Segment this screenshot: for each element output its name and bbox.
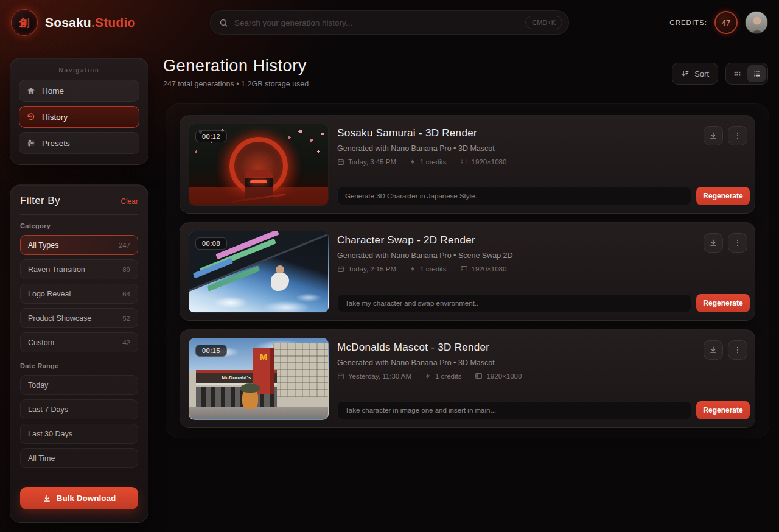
filter-label: Last 7 Days <box>28 405 68 414</box>
list-view-button[interactable] <box>747 65 766 82</box>
duration-badge: 00:08 <box>195 237 227 250</box>
sort-label: Sort <box>694 69 709 79</box>
film-icon <box>460 158 468 166</box>
filter-count: 42 <box>122 339 130 346</box>
brand-logo-icon: 創 <box>11 9 38 36</box>
topbar-right: CREDITS: 47 <box>669 0 768 45</box>
calendar-icon <box>337 265 344 273</box>
sidebar-item-label: Home <box>42 86 64 96</box>
avatar[interactable] <box>745 11 768 34</box>
filter-label: Raven Transition <box>28 265 85 274</box>
history-icon <box>27 113 35 121</box>
sidebar-item-label: History <box>42 113 68 122</box>
brand-name: Sosaku <box>45 15 91 29</box>
brand-suffix: .Studio <box>91 15 136 29</box>
more-options-button[interactable] <box>728 233 747 253</box>
search-placeholder: Search your generation history... <box>234 18 525 27</box>
brand-wordmark: Sosaku.Studio <box>45 15 135 30</box>
filter-label: Logo Reveal <box>28 290 71 298</box>
filter-label: All Time <box>28 454 55 463</box>
sort-button[interactable]: Sort <box>672 63 718 85</box>
kebab-menu-icon <box>733 239 742 247</box>
filter-date-last-30-days[interactable]: Last 30 Days <box>20 424 138 444</box>
download-icon <box>709 346 718 354</box>
thumbnail-art <box>189 187 328 205</box>
prompt-preview[interactable]: Take my character and swap environment.. <box>337 294 691 312</box>
calendar-icon <box>337 158 344 166</box>
sidebar-item-presets[interactable]: Presets <box>19 132 139 154</box>
clear-filters-link[interactable]: Clear <box>121 197 138 206</box>
generation-title: McDonalds Mascot - 3D Render <box>337 341 489 354</box>
generation-meta: Today, 2:15 PM 1 credits 1920×1080 <box>337 265 506 273</box>
meta-credits: 1 credits <box>425 373 461 380</box>
more-options-button[interactable] <box>728 340 747 360</box>
view-toggle <box>725 63 768 85</box>
filter-date-last-7-days[interactable]: Last 7 Days <box>20 399 138 419</box>
generation-subtitle: Generated with Nano Banana Pro • Scene S… <box>337 251 513 260</box>
more-options-button[interactable] <box>728 126 747 145</box>
filter-category-logo-reveal[interactable]: Logo Reveal 64 <box>20 284 138 304</box>
prompt-preview[interactable]: Take character in image one and insert i… <box>337 401 691 419</box>
logo-glyph: 創 <box>19 16 30 30</box>
navigation-panel: Navigation Home History Presets <box>10 58 148 165</box>
brand[interactable]: 創 Sosaku.Studio <box>11 9 135 36</box>
filter-label: Today <box>28 381 48 390</box>
regenerate-button[interactable]: Regenerate <box>696 294 750 312</box>
meta-date: Today, 2:15 PM <box>337 265 396 273</box>
avatar-image <box>746 12 768 34</box>
meta-date: Yesterday, 11:30 AM <box>337 373 411 380</box>
kebab-menu-icon <box>733 131 742 140</box>
bulk-download-button[interactable]: Bulk Download <box>20 487 138 509</box>
video-thumbnail[interactable]: 00:08 <box>189 231 329 313</box>
sidebar-item-label: Presets <box>42 139 70 148</box>
video-thumbnail[interactable]: McDonald's M 00:15 <box>189 338 329 420</box>
meta-date: Today, 3:45 PM <box>337 158 396 166</box>
navigation-title: Navigation <box>19 67 139 74</box>
generation-title: Character Swap - 2D Render <box>337 234 475 247</box>
download-button[interactable] <box>704 126 723 145</box>
meta-resolution: 1920×1080 <box>460 158 507 166</box>
filter-label: Custom <box>28 338 54 347</box>
sidebar-item-home[interactable]: Home <box>19 80 139 102</box>
duration-badge: 00:12 <box>195 130 227 142</box>
meta-resolution: 1920×1080 <box>460 265 507 273</box>
sidebar-item-history[interactable]: History <box>19 106 139 128</box>
top-bar: 創 Sosaku.Studio Search your generation h… <box>0 0 779 45</box>
download-button[interactable] <box>704 233 723 253</box>
filter-date-today[interactable]: Today <box>20 375 138 395</box>
search-input[interactable]: Search your generation history... CMD+K <box>210 10 569 35</box>
duration-badge: 00:15 <box>195 345 227 357</box>
generation-card: 00:12 Sosaku Samurai - 3D Render Generat… <box>180 115 755 214</box>
filter-label: Product Showcase <box>28 314 91 323</box>
list-icon <box>753 70 761 78</box>
generation-title: Sosaku Samurai - 3D Render <box>337 127 477 139</box>
filter-category-product-showcase[interactable]: Product Showcase 52 <box>20 308 138 328</box>
credits-label: CREDITS: <box>669 19 707 26</box>
grid-view-button[interactable] <box>728 65 746 82</box>
credits-badge[interactable]: 47 <box>714 11 738 34</box>
generation-card: 00:08 Character Swap - 2D Render Generat… <box>180 222 755 321</box>
header-actions: Sort <box>672 63 768 85</box>
film-icon <box>475 372 483 380</box>
filter-category-custom[interactable]: Custom 42 <box>20 332 138 352</box>
download-icon <box>43 494 51 503</box>
film-icon <box>460 265 468 273</box>
prompt-preview[interactable]: Generate 3D Character in Japanese Style.… <box>337 187 691 205</box>
filter-category-raven-transition[interactable]: Raven Transition 89 <box>20 259 138 279</box>
thumbnail-art <box>242 388 258 409</box>
bulk-download-label: Bulk Download <box>57 494 116 503</box>
download-icon <box>709 239 718 247</box>
filter-label: Last 30 Days <box>28 430 72 438</box>
regenerate-button[interactable]: Regenerate <box>696 401 750 419</box>
bolt-icon <box>410 265 416 272</box>
filter-date-all-time[interactable]: All Time <box>20 448 138 468</box>
download-button[interactable] <box>704 340 723 360</box>
sort-icon <box>681 69 690 78</box>
credits-value: 47 <box>722 18 730 27</box>
calendar-icon <box>337 373 344 380</box>
video-thumbnail[interactable]: 00:12 <box>189 124 329 206</box>
filter-category-all-types[interactable]: All Types 247 <box>20 235 138 255</box>
kebab-menu-icon <box>733 346 742 354</box>
generation-meta: Today, 3:45 PM 1 credits 1920×1080 <box>337 158 506 166</box>
regenerate-button[interactable]: Regenerate <box>696 187 750 205</box>
